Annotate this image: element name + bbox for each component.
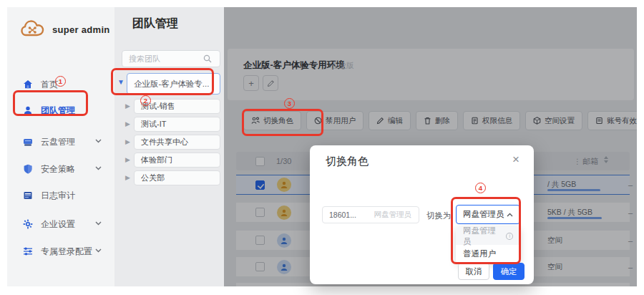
confirm-button[interactable]: 确定 xyxy=(493,263,525,280)
sidebar-item-label: 云盘管理 xyxy=(41,136,75,148)
sidebar: super admin 首页 团队管理 云盘管理 安全策略 日志审计 企业设置 … xyxy=(7,7,114,286)
chevron-down-icon xyxy=(95,221,102,226)
brand-logo: super admin xyxy=(20,19,110,40)
tree-collapsed-caret-icon[interactable]: ▶ xyxy=(125,102,132,110)
current-role: 网盘管理员 xyxy=(374,210,412,220)
tree-collapsed-caret-icon[interactable]: ▶ xyxy=(125,174,132,181)
user-id: 18601... xyxy=(329,211,356,219)
team-search[interactable] xyxy=(122,50,220,67)
tree-node[interactable]: 公关部 xyxy=(134,170,220,185)
switch-to-label: 切换为 xyxy=(426,211,452,221)
selected-user-pill: 18601... 网盘管理员 xyxy=(322,206,419,223)
annotation-number-3: 3 xyxy=(284,98,295,109)
sidebar-item-security-policy[interactable]: 安全策略 xyxy=(7,155,114,183)
tree-collapsed-caret-icon[interactable]: ▶ xyxy=(125,138,132,145)
team-tree-panel: 团队管理 ▼ 企业版-客户体验专... ▶ 测试-销售 ▶ 测试-IT ▶ 文件… xyxy=(114,7,224,286)
annotation-box-2 xyxy=(111,68,214,95)
sidebar-item-label: 专属登录配置 xyxy=(41,246,92,258)
annotation-number-2: 2 xyxy=(140,95,151,106)
sliders-icon xyxy=(23,246,33,256)
sidebar-item-sso-login-config[interactable]: 专属登录配置 xyxy=(7,238,114,265)
sidebar-item-log-audit[interactable]: 日志审计 xyxy=(7,182,114,209)
annotation-box-4 xyxy=(451,197,521,264)
annotation-number-4: 4 xyxy=(475,183,486,193)
sidebar-item-label: 企业设置 xyxy=(41,218,75,231)
tree-node[interactable]: 测试-IT xyxy=(134,117,220,132)
annotation-number-1: 1 xyxy=(55,76,66,87)
tree-collapsed-caret-icon[interactable]: ▶ xyxy=(125,156,132,163)
search-icon[interactable] xyxy=(203,54,212,63)
annotation-box-3 xyxy=(242,109,323,136)
shield-icon xyxy=(23,164,33,174)
close-icon[interactable]: × xyxy=(512,153,519,167)
sidebar-item-label: 日志审计 xyxy=(41,190,75,202)
log-icon xyxy=(23,190,33,200)
tree-node[interactable]: 文件共享中心 xyxy=(134,135,220,150)
annotation-box-1 xyxy=(13,90,88,116)
chevron-down-icon xyxy=(95,139,102,143)
cancel-button[interactable]: 取消 xyxy=(458,263,489,280)
cloud-drive-icon xyxy=(23,137,33,147)
gear-icon xyxy=(23,219,33,229)
brand-name: super admin xyxy=(52,24,110,35)
chevron-down-icon xyxy=(95,248,102,253)
chevron-down-icon xyxy=(95,166,102,170)
team-search-input[interactable] xyxy=(129,54,203,63)
cloud-logo-icon xyxy=(20,19,46,40)
sidebar-item-label: 安全策略 xyxy=(41,163,75,175)
sidebar-item-enterprise-settings[interactable]: 企业设置 xyxy=(7,211,114,238)
tree-collapsed-caret-icon[interactable]: ▶ xyxy=(125,120,132,127)
home-icon xyxy=(23,79,33,90)
sidebar-item-cloud-drive[interactable]: 云盘管理 xyxy=(7,128,114,155)
tree-node[interactable]: 体验部门 xyxy=(134,153,220,168)
dialog-title: 切换角色 xyxy=(326,155,369,168)
page-title: 团队管理 xyxy=(132,16,178,32)
